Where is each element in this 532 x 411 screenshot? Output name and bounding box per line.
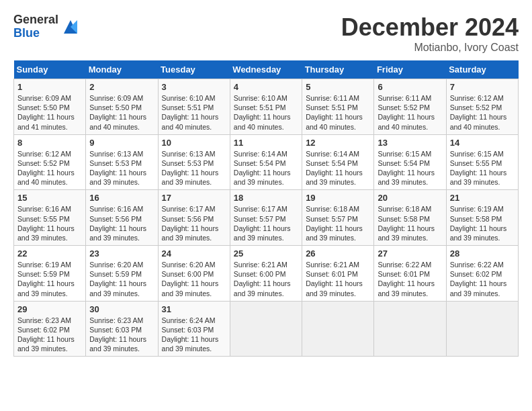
day-number: 9: [89, 138, 154, 148]
day-number: 20: [378, 193, 442, 203]
day-cell: 31 Sunrise: 6:24 AMSunset: 6:03 PMDaylig…: [158, 301, 230, 357]
header-cell-friday: Friday: [374, 60, 446, 79]
day-number: 18: [234, 193, 298, 203]
day-cell: 15 Sunrise: 6:16 AMSunset: 5:55 PMDaylig…: [14, 190, 86, 246]
day-number: 11: [234, 138, 298, 148]
day-number: 31: [162, 304, 226, 314]
day-cell: 6 Sunrise: 6:11 AMSunset: 5:52 PMDayligh…: [374, 79, 446, 135]
day-info: Sunrise: 6:23 AMSunset: 6:02 PMDaylight:…: [17, 316, 75, 353]
day-number: 4: [234, 82, 298, 92]
day-info: Sunrise: 6:13 AMSunset: 5:53 PMDaylight:…: [89, 150, 146, 187]
day-info: Sunrise: 6:21 AMSunset: 6:01 PMDaylight:…: [306, 261, 363, 298]
day-info: Sunrise: 6:09 AMSunset: 5:50 PMDaylight:…: [89, 94, 146, 131]
day-info: Sunrise: 6:11 AMSunset: 5:51 PMDaylight:…: [306, 94, 363, 131]
day-cell: [446, 301, 518, 357]
logo-text: General Blue: [13, 13, 58, 40]
header-cell-tuesday: Tuesday: [158, 60, 230, 79]
day-number: 21: [450, 193, 515, 203]
day-info: Sunrise: 6:18 AMSunset: 5:58 PMDaylight:…: [378, 205, 435, 242]
month-title: December 2024: [341, 13, 519, 42]
day-info: Sunrise: 6:24 AMSunset: 6:03 PMDaylight:…: [162, 316, 219, 353]
header-cell-saturday: Saturday: [446, 60, 518, 79]
week-row-4: 22 Sunrise: 6:19 AMSunset: 5:59 PMDaylig…: [14, 246, 519, 302]
day-number: 24: [162, 248, 226, 259]
day-cell: 26 Sunrise: 6:21 AMSunset: 6:01 PMDaylig…: [302, 246, 374, 302]
day-cell: 14 Sunrise: 6:15 AMSunset: 5:55 PMDaylig…: [446, 134, 518, 190]
week-row-2: 8 Sunrise: 6:12 AMSunset: 5:52 PMDayligh…: [14, 134, 519, 190]
calendar-header: SundayMondayTuesdayWednesdayThursdayFrid…: [14, 60, 519, 79]
day-info: Sunrise: 6:20 AMSunset: 5:59 PMDaylight:…: [89, 261, 146, 298]
header-cell-monday: Monday: [86, 60, 158, 79]
day-number: 27: [378, 248, 442, 259]
day-cell: 30 Sunrise: 6:23 AMSunset: 6:03 PMDaylig…: [86, 301, 158, 357]
day-info: Sunrise: 6:14 AMSunset: 5:54 PMDaylight:…: [306, 150, 363, 187]
day-cell: [230, 301, 302, 357]
day-number: 22: [17, 248, 82, 259]
week-row-3: 15 Sunrise: 6:16 AMSunset: 5:55 PMDaylig…: [14, 190, 519, 246]
day-number: 16: [89, 193, 154, 203]
day-number: 8: [17, 138, 82, 148]
day-number: 14: [450, 138, 515, 148]
day-info: Sunrise: 6:19 AMSunset: 5:58 PMDaylight:…: [450, 205, 507, 242]
week-row-1: 1 Sunrise: 6:09 AMSunset: 5:50 PMDayligh…: [14, 79, 519, 135]
calendar-body: 1 Sunrise: 6:09 AMSunset: 5:50 PMDayligh…: [14, 79, 519, 357]
day-cell: 2 Sunrise: 6:09 AMSunset: 5:50 PMDayligh…: [86, 79, 158, 135]
day-number: 6: [378, 82, 442, 92]
day-number: 12: [306, 138, 370, 148]
day-number: 1: [17, 82, 82, 92]
day-cell: 28 Sunrise: 6:22 AMSunset: 6:02 PMDaylig…: [446, 246, 518, 302]
header-cell-sunday: Sunday: [14, 60, 86, 79]
day-cell: 13 Sunrise: 6:15 AMSunset: 5:54 PMDaylig…: [374, 134, 446, 190]
header-cell-wednesday: Wednesday: [230, 60, 302, 79]
day-cell: 22 Sunrise: 6:19 AMSunset: 5:59 PMDaylig…: [14, 246, 86, 302]
day-number: 25: [234, 248, 298, 259]
day-cell: 3 Sunrise: 6:10 AMSunset: 5:51 PMDayligh…: [158, 79, 230, 135]
day-cell: 27 Sunrise: 6:22 AMSunset: 6:01 PMDaylig…: [374, 246, 446, 302]
location: Motianbo, Ivory Coast: [341, 42, 519, 54]
day-info: Sunrise: 6:21 AMSunset: 6:00 PMDaylight:…: [234, 261, 291, 298]
header-row: SundayMondayTuesdayWednesdayThursdayFrid…: [14, 60, 519, 79]
logo-general: General: [13, 13, 58, 27]
day-number: 2: [89, 82, 154, 92]
day-number: 10: [162, 138, 226, 148]
day-info: Sunrise: 6:11 AMSunset: 5:52 PMDaylight:…: [378, 94, 435, 131]
day-info: Sunrise: 6:13 AMSunset: 5:53 PMDaylight:…: [162, 150, 219, 187]
day-cell: 12 Sunrise: 6:14 AMSunset: 5:54 PMDaylig…: [302, 134, 374, 190]
day-cell: 23 Sunrise: 6:20 AMSunset: 5:59 PMDaylig…: [86, 246, 158, 302]
day-number: 15: [17, 193, 82, 203]
day-number: 5: [306, 82, 370, 92]
day-cell: 29 Sunrise: 6:23 AMSunset: 6:02 PMDaylig…: [14, 301, 86, 357]
day-cell: [374, 301, 446, 357]
header-cell-thursday: Thursday: [302, 60, 374, 79]
day-cell: 21 Sunrise: 6:19 AMSunset: 5:58 PMDaylig…: [446, 190, 518, 246]
day-info: Sunrise: 6:12 AMSunset: 5:52 PMDaylight:…: [450, 94, 507, 131]
day-info: Sunrise: 6:15 AMSunset: 5:54 PMDaylight:…: [378, 150, 435, 187]
day-cell: 11 Sunrise: 6:14 AMSunset: 5:54 PMDaylig…: [230, 134, 302, 190]
day-number: 17: [162, 193, 226, 203]
logo-icon: [61, 17, 80, 36]
logo-blue: Blue: [13, 27, 58, 40]
day-cell: [302, 301, 374, 357]
day-number: 26: [306, 248, 370, 259]
day-number: 23: [89, 248, 154, 259]
day-info: Sunrise: 6:23 AMSunset: 6:03 PMDaylight:…: [89, 316, 146, 353]
day-info: Sunrise: 6:10 AMSunset: 5:51 PMDaylight:…: [162, 94, 219, 131]
day-cell: 5 Sunrise: 6:11 AMSunset: 5:51 PMDayligh…: [302, 79, 374, 135]
day-info: Sunrise: 6:16 AMSunset: 5:56 PMDaylight:…: [89, 205, 146, 242]
day-info: Sunrise: 6:19 AMSunset: 5:59 PMDaylight:…: [17, 261, 75, 298]
day-cell: 18 Sunrise: 6:17 AMSunset: 5:57 PMDaylig…: [230, 190, 302, 246]
day-info: Sunrise: 6:20 AMSunset: 6:00 PMDaylight:…: [162, 261, 219, 298]
page-header: General Blue December 2024 Motianbo, Ivo…: [13, 13, 519, 54]
day-info: Sunrise: 6:22 AMSunset: 6:02 PMDaylight:…: [450, 261, 507, 298]
day-info: Sunrise: 6:22 AMSunset: 6:01 PMDaylight:…: [378, 261, 435, 298]
day-number: 28: [450, 248, 515, 259]
day-number: 13: [378, 138, 442, 148]
logo: General Blue: [13, 13, 80, 40]
day-cell: 25 Sunrise: 6:21 AMSunset: 6:00 PMDaylig…: [230, 246, 302, 302]
day-info: Sunrise: 6:15 AMSunset: 5:55 PMDaylight:…: [450, 150, 507, 187]
day-cell: 16 Sunrise: 6:16 AMSunset: 5:56 PMDaylig…: [86, 190, 158, 246]
day-cell: 7 Sunrise: 6:12 AMSunset: 5:52 PMDayligh…: [446, 79, 518, 135]
day-cell: 1 Sunrise: 6:09 AMSunset: 5:50 PMDayligh…: [14, 79, 86, 135]
day-info: Sunrise: 6:14 AMSunset: 5:54 PMDaylight:…: [234, 150, 291, 187]
day-info: Sunrise: 6:17 AMSunset: 5:57 PMDaylight:…: [234, 205, 291, 242]
